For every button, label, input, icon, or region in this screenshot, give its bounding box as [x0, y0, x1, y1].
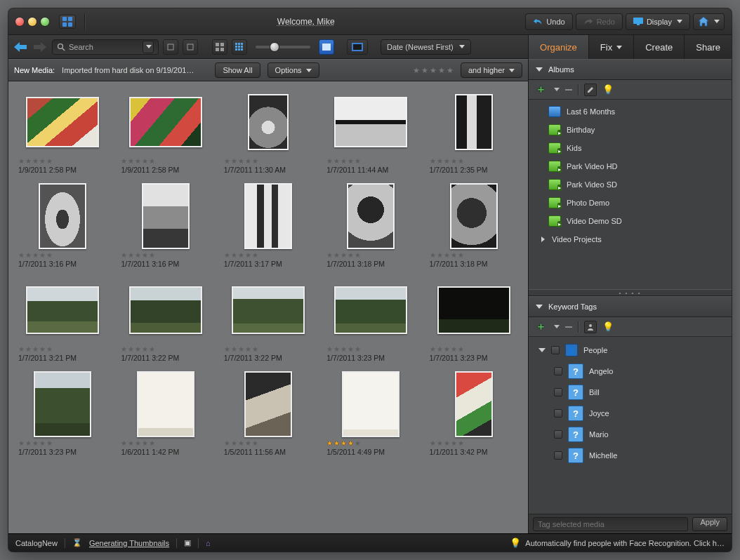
status-hint[interactable]: Automatically find people with Face Reco… — [525, 539, 725, 547]
apply-button[interactable]: Apply — [692, 517, 727, 531]
add-tag-button[interactable]: ＋ — [534, 321, 547, 333]
thumbnail-cell[interactable]: ★★★★★1/9/2011 2:58 PM — [114, 86, 216, 180]
thumbnail-image[interactable] — [39, 183, 86, 249]
thumbnail-grid[interactable]: ★★★★★1/9/2011 2:58 PM★★★★★1/9/2011 2:58 … — [8, 81, 528, 533]
rating-stars[interactable]: ★★★★★ — [321, 439, 361, 447]
album-item[interactable]: Birthday — [536, 121, 729, 139]
view-grid-small-button[interactable] — [212, 39, 227, 55]
albums-tree[interactable]: Last 6 MonthsBirthdayKidsPark Video HDPa… — [529, 100, 732, 289]
checkbox[interactable] — [554, 367, 562, 375]
rating-stars[interactable]: ★★★★★ — [321, 251, 361, 259]
thumbnail-image[interactable] — [129, 97, 202, 147]
search-options-button[interactable] — [143, 41, 154, 53]
thumbnail-cell[interactable]: ★★★★★1/6/2011 1:42 PM — [114, 368, 216, 462]
thumbnail-cell[interactable]: ★★★★★1/7/2011 3:23 PM — [11, 368, 114, 462]
thumbnail-cell[interactable]: ★★★★★1/7/2011 3:21 PM — [11, 274, 114, 368]
tags-header[interactable]: Keyword Tags — [529, 296, 732, 317]
thumbnail-cell[interactable]: ★★★★★1/1/2011 3:42 PM — [423, 368, 525, 462]
status-home-icon[interactable]: ⌂ — [206, 539, 211, 547]
thumbnail-image[interactable] — [450, 183, 498, 249]
view-grid-tiny-button[interactable] — [232, 39, 247, 55]
remove-album-button[interactable] — [565, 89, 572, 91]
zoom-slider[interactable] — [256, 46, 310, 48]
thumbnail-image[interactable] — [34, 371, 91, 437]
rating-filter[interactable]: ★★★★★ — [413, 66, 454, 75]
thumbnail-image[interactable] — [437, 286, 510, 334]
thumbnail-image[interactable] — [244, 183, 292, 249]
rating-stars[interactable]: ★★★★★ — [218, 439, 258, 447]
redo-button[interactable]: Redo — [576, 13, 623, 30]
thumbnail-cell[interactable]: ★★★★★1/7/2011 3:18 PM — [319, 180, 422, 274]
tag-item[interactable]: ?Bill — [534, 382, 729, 403]
tag-item[interactable]: ?Mario — [534, 424, 729, 445]
thumbnail-cell[interactable]: ★★★★★1/7/2011 3:22 PM — [217, 274, 319, 368]
checkbox[interactable] — [554, 451, 562, 460]
thumbnail-image[interactable] — [232, 286, 305, 334]
thumbnail-cell[interactable]: ★★★★★1/7/2011 11:30 AM — [217, 86, 319, 180]
thumbnail-cell[interactable]: ★★★★★1/7/2011 3:18 PM — [423, 180, 525, 274]
minimize-window-button[interactable] — [28, 18, 37, 26]
thumbnail-image[interactable] — [334, 286, 407, 334]
undo-button[interactable]: Undo — [525, 13, 572, 30]
rating-stars[interactable]: ★★★★★ — [13, 157, 53, 165]
add-album-button[interactable]: ＋ — [534, 84, 547, 96]
thumbnail-image[interactable] — [347, 183, 395, 249]
rating-stars[interactable]: ★★★★★ — [13, 439, 53, 447]
thumbnail-image[interactable] — [334, 97, 407, 147]
rating-stars[interactable]: ★★★★★ — [424, 439, 464, 447]
rating-condition-menu[interactable]: and higher — [461, 62, 522, 78]
album-item[interactable]: Park Video HD — [536, 157, 729, 175]
rating-stars[interactable]: ★★★★★ — [321, 345, 361, 353]
view-single-button[interactable] — [319, 39, 334, 55]
thumbnail-cell[interactable]: ★★★★★1/5/2011 4:49 PM — [319, 368, 422, 462]
tag-item[interactable]: ?Angelo — [534, 361, 729, 382]
albums-header[interactable]: Albums — [529, 59, 732, 80]
home-menu[interactable] — [693, 13, 725, 30]
thumbnail-image[interactable] — [26, 286, 99, 334]
rating-stars[interactable]: ★★★★★ — [115, 251, 155, 259]
rating-stars[interactable]: ★★★★★ — [424, 157, 464, 165]
thumbnail-image[interactable] — [455, 94, 493, 150]
rating-stars[interactable]: ★★★★★ — [13, 345, 53, 353]
rating-stars[interactable]: ★★★★★ — [218, 345, 258, 353]
tags-tree[interactable]: 👤People?Angelo?Bill?Joyce?Mario?Michelle — [529, 337, 732, 514]
checkbox[interactable] — [551, 346, 560, 354]
thumbnail-cell[interactable]: ★★★★★1/5/2011 11:56 AM — [217, 368, 319, 462]
tab-share[interactable]: Share — [684, 35, 732, 59]
sort-menu[interactable]: Date (Newest First) — [381, 39, 471, 55]
rating-stars[interactable]: ★★★★★ — [115, 345, 155, 353]
thumbnail-cell[interactable]: ★★★★★1/7/2011 3:16 PM — [114, 180, 216, 274]
rating-stars[interactable]: ★★★★★ — [218, 157, 258, 165]
thumbnail-image[interactable] — [455, 371, 493, 437]
zoom-window-button[interactable] — [41, 18, 49, 26]
album-item[interactable]: Last 6 Months — [536, 102, 729, 121]
panel-resize-handle[interactable]: • • • • — [529, 289, 732, 296]
tag-item[interactable]: ?Joyce — [534, 403, 729, 424]
welcome-link[interactable]: Welcome, Mike — [93, 17, 518, 27]
thumbnail-image[interactable] — [248, 94, 289, 150]
thumbnail-image[interactable] — [342, 371, 399, 437]
search-input[interactable]: Search — [52, 39, 159, 55]
tab-organize[interactable]: Organize — [528, 35, 588, 59]
rating-stars[interactable]: ★★★★★ — [218, 251, 258, 259]
display-menu[interactable]: Display — [626, 13, 690, 30]
album-item[interactable]: Park Video SD — [536, 175, 729, 194]
people-view-button[interactable] — [584, 321, 597, 333]
album-item[interactable]: Video Demo SD — [536, 212, 729, 230]
app-switcher-button[interactable] — [59, 15, 76, 29]
thumbnail-cell[interactable]: ★★★★★1/9/2011 2:58 PM — [11, 86, 114, 180]
thumbnail-image[interactable] — [244, 371, 292, 437]
nav-back-button[interactable] — [13, 41, 28, 53]
rating-stars[interactable]: ★★★★★ — [115, 157, 155, 165]
remove-tag-button[interactable] — [565, 326, 572, 328]
tag-item[interactable]: ?Michelle — [534, 445, 729, 466]
rating-stars[interactable]: ★★★★★ — [424, 251, 464, 259]
thumbnail-image[interactable] — [142, 183, 190, 249]
thumbnail-cell[interactable]: ★★★★★1/7/2011 2:35 PM — [423, 86, 525, 180]
thumbnail-image[interactable] — [137, 371, 194, 437]
checkbox[interactable] — [554, 430, 562, 439]
thumbnail-cell[interactable]: ★★★★★1/7/2011 11:44 AM — [319, 86, 422, 180]
tab-fix[interactable]: Fix — [588, 35, 633, 59]
nav-forward-button[interactable] — [32, 41, 48, 53]
album-item[interactable]: Video Projects — [536, 230, 729, 248]
